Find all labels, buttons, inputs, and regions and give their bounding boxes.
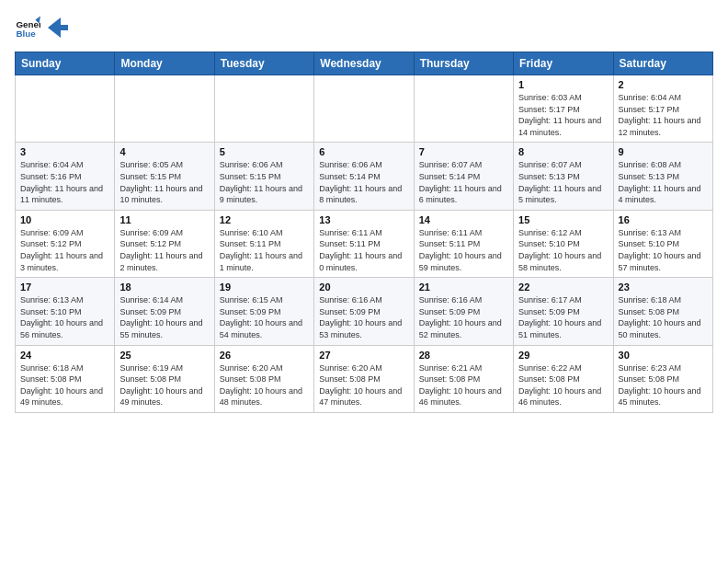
calendar-day-cell: 5Sunrise: 6:06 AM Sunset: 5:15 PM Daylig…: [214, 143, 313, 210]
day-info: Sunrise: 6:21 AM Sunset: 5:08 PM Dayligh…: [419, 362, 508, 408]
day-number: 23: [619, 282, 708, 293]
day-info: Sunrise: 6:15 AM Sunset: 5:09 PM Dayligh…: [220, 294, 309, 340]
calendar-day-cell: 23Sunrise: 6:18 AM Sunset: 5:08 PM Dayli…: [613, 278, 712, 345]
calendar-day-cell: 30Sunrise: 6:23 AM Sunset: 5:08 PM Dayli…: [613, 345, 712, 412]
calendar-day-cell: 3Sunrise: 6:04 AM Sunset: 5:16 PM Daylig…: [16, 143, 115, 210]
day-info: Sunrise: 6:05 AM Sunset: 5:15 PM Dayligh…: [119, 159, 209, 205]
calendar-day-cell: 21Sunrise: 6:16 AM Sunset: 5:09 PM Dayli…: [414, 278, 513, 345]
day-number: 18: [119, 282, 209, 293]
day-info: Sunrise: 6:04 AM Sunset: 5:16 PM Dayligh…: [20, 159, 109, 205]
day-number: 24: [20, 350, 109, 361]
day-number: 29: [518, 350, 608, 361]
calendar-header: SundayMondayTuesdayWednesdayThursdayFrid…: [16, 52, 713, 75]
weekday-header: Monday: [115, 52, 214, 75]
day-info: Sunrise: 6:20 AM Sunset: 5:08 PM Dayligh…: [319, 362, 408, 408]
day-number: 28: [419, 350, 508, 361]
weekday-header-row: SundayMondayTuesdayWednesdayThursdayFrid…: [16, 52, 713, 75]
day-number: 30: [619, 350, 708, 361]
day-info: Sunrise: 6:22 AM Sunset: 5:08 PM Dayligh…: [518, 362, 608, 408]
day-number: 12: [220, 214, 309, 225]
calendar-day-cell: 29Sunrise: 6:22 AM Sunset: 5:08 PM Dayli…: [514, 345, 613, 412]
weekday-header: Saturday: [613, 52, 712, 75]
calendar-day-cell: 6Sunrise: 6:06 AM Sunset: 5:14 PM Daylig…: [314, 143, 414, 210]
day-info: Sunrise: 6:14 AM Sunset: 5:09 PM Dayligh…: [119, 294, 209, 340]
day-info: Sunrise: 6:17 AM Sunset: 5:09 PM Dayligh…: [518, 294, 608, 340]
page-header: General Blue: [15, 15, 713, 40]
day-info: Sunrise: 6:23 AM Sunset: 5:08 PM Dayligh…: [619, 362, 708, 408]
calendar-day-cell: 9Sunrise: 6:08 AM Sunset: 5:13 PM Daylig…: [613, 143, 712, 210]
day-number: 21: [419, 282, 508, 293]
calendar-day-cell: 10Sunrise: 6:09 AM Sunset: 5:12 PM Dayli…: [16, 210, 115, 277]
day-number: 22: [518, 282, 608, 293]
day-number: 10: [20, 214, 109, 225]
day-number: 27: [319, 350, 408, 361]
calendar-day-cell: 24Sunrise: 6:18 AM Sunset: 5:08 PM Dayli…: [16, 345, 115, 412]
day-info: Sunrise: 6:06 AM Sunset: 5:15 PM Dayligh…: [220, 159, 309, 205]
day-number: 5: [220, 146, 309, 157]
day-number: 25: [119, 350, 209, 361]
day-info: Sunrise: 6:09 AM Sunset: 5:12 PM Dayligh…: [20, 227, 109, 273]
day-info: Sunrise: 6:11 AM Sunset: 5:11 PM Dayligh…: [419, 227, 508, 273]
day-number: 3: [20, 146, 109, 157]
weekday-header: Thursday: [414, 52, 513, 75]
day-info: Sunrise: 6:12 AM Sunset: 5:10 PM Dayligh…: [518, 227, 608, 273]
weekday-header: Tuesday: [214, 52, 313, 75]
calendar-day-cell: 4Sunrise: 6:05 AM Sunset: 5:15 PM Daylig…: [115, 143, 214, 210]
calendar-body: 1Sunrise: 6:03 AM Sunset: 5:17 PM Daylig…: [16, 75, 713, 413]
day-info: Sunrise: 6:13 AM Sunset: 5:10 PM Dayligh…: [619, 227, 708, 273]
day-number: 13: [319, 214, 408, 225]
day-info: Sunrise: 6:04 AM Sunset: 5:17 PM Dayligh…: [619, 92, 708, 138]
calendar-day-cell: 7Sunrise: 6:07 AM Sunset: 5:14 PM Daylig…: [414, 143, 513, 210]
day-number: 19: [220, 282, 309, 293]
svg-text:Blue: Blue: [16, 29, 36, 39]
day-info: Sunrise: 6:20 AM Sunset: 5:08 PM Dayligh…: [220, 362, 309, 408]
day-number: 11: [119, 214, 209, 225]
day-number: 9: [619, 146, 708, 157]
calendar-day-cell: 28Sunrise: 6:21 AM Sunset: 5:08 PM Dayli…: [414, 345, 513, 412]
day-number: 6: [319, 146, 408, 157]
calendar-day-cell: [115, 75, 214, 143]
calendar-day-cell: 18Sunrise: 6:14 AM Sunset: 5:09 PM Dayli…: [115, 278, 214, 345]
day-number: 26: [220, 350, 309, 361]
day-number: 14: [419, 214, 508, 225]
svg-marker-3: [48, 17, 68, 38]
day-info: Sunrise: 6:10 AM Sunset: 5:11 PM Dayligh…: [220, 227, 309, 273]
logo-arrow-icon: [48, 17, 68, 38]
day-info: Sunrise: 6:07 AM Sunset: 5:13 PM Dayligh…: [518, 159, 608, 205]
calendar-day-cell: [314, 75, 414, 143]
calendar-day-cell: 27Sunrise: 6:20 AM Sunset: 5:08 PM Dayli…: [314, 345, 414, 412]
calendar-day-cell: 14Sunrise: 6:11 AM Sunset: 5:11 PM Dayli…: [414, 210, 513, 277]
day-info: Sunrise: 6:19 AM Sunset: 5:08 PM Dayligh…: [119, 362, 209, 408]
day-number: 20: [319, 282, 408, 293]
day-number: 16: [619, 214, 708, 225]
calendar-day-cell: [414, 75, 513, 143]
calendar-week-row: 24Sunrise: 6:18 AM Sunset: 5:08 PM Dayli…: [16, 345, 713, 412]
calendar-day-cell: 1Sunrise: 6:03 AM Sunset: 5:17 PM Daylig…: [514, 75, 613, 143]
day-info: Sunrise: 6:16 AM Sunset: 5:09 PM Dayligh…: [419, 294, 508, 340]
day-info: Sunrise: 6:08 AM Sunset: 5:13 PM Dayligh…: [619, 159, 708, 205]
calendar-week-row: 1Sunrise: 6:03 AM Sunset: 5:17 PM Daylig…: [16, 75, 713, 143]
calendar-week-row: 10Sunrise: 6:09 AM Sunset: 5:12 PM Dayli…: [16, 210, 713, 277]
calendar-day-cell: 22Sunrise: 6:17 AM Sunset: 5:09 PM Dayli…: [514, 278, 613, 345]
calendar-day-cell: 26Sunrise: 6:20 AM Sunset: 5:08 PM Dayli…: [214, 345, 313, 412]
day-info: Sunrise: 6:18 AM Sunset: 5:08 PM Dayligh…: [20, 362, 109, 408]
calendar-day-cell: 25Sunrise: 6:19 AM Sunset: 5:08 PM Dayli…: [115, 345, 214, 412]
weekday-header: Friday: [514, 52, 613, 75]
calendar-day-cell: [16, 75, 115, 143]
calendar-table: SundayMondayTuesdayWednesdayThursdayFrid…: [15, 52, 713, 413]
calendar-week-row: 17Sunrise: 6:13 AM Sunset: 5:10 PM Dayli…: [16, 278, 713, 345]
day-info: Sunrise: 6:09 AM Sunset: 5:12 PM Dayligh…: [119, 227, 209, 273]
day-info: Sunrise: 6:18 AM Sunset: 5:08 PM Dayligh…: [619, 294, 708, 340]
calendar-day-cell: 19Sunrise: 6:15 AM Sunset: 5:09 PM Dayli…: [214, 278, 313, 345]
day-number: 17: [20, 282, 109, 293]
weekday-header: Wednesday: [314, 52, 414, 75]
day-info: Sunrise: 6:13 AM Sunset: 5:10 PM Dayligh…: [20, 294, 109, 340]
calendar-day-cell: [214, 75, 313, 143]
day-info: Sunrise: 6:03 AM Sunset: 5:17 PM Dayligh…: [518, 92, 608, 138]
logo-icon: General Blue: [15, 15, 40, 40]
calendar-day-cell: 20Sunrise: 6:16 AM Sunset: 5:09 PM Dayli…: [314, 278, 414, 345]
calendar-day-cell: 13Sunrise: 6:11 AM Sunset: 5:11 PM Dayli…: [314, 210, 414, 277]
day-info: Sunrise: 6:06 AM Sunset: 5:14 PM Dayligh…: [319, 159, 408, 205]
calendar-day-cell: 15Sunrise: 6:12 AM Sunset: 5:10 PM Dayli…: [514, 210, 613, 277]
day-number: 1: [518, 79, 608, 90]
